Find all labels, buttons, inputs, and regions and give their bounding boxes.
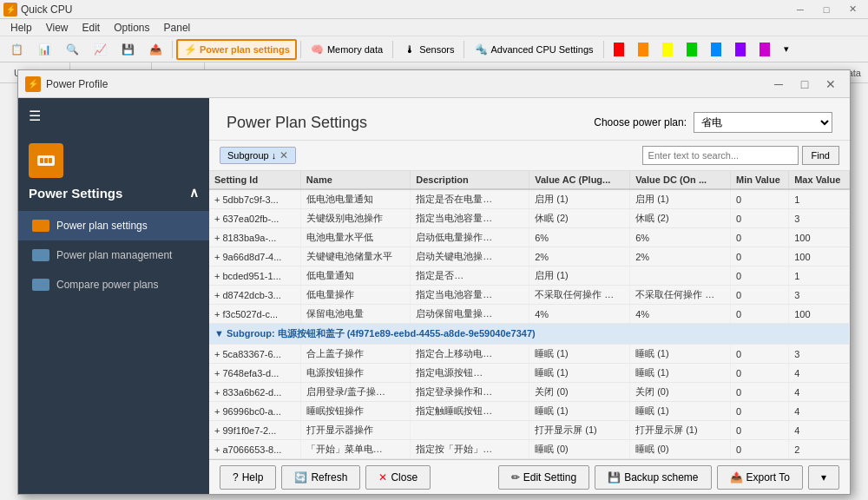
sidebar-item-power-plan-management[interactable]: Power plan management [18, 240, 209, 270]
col-header-max[interactable]: Max Value [789, 171, 850, 189]
subgroup-row[interactable]: ▼ Subgroup: 电源按钮和盖子 (4f971e89-eebd-4455-… [209, 324, 850, 345]
tb-color-2[interactable] [632, 39, 654, 60]
close-button[interactable]: ✕ Close [365, 465, 431, 490]
tb-color-6[interactable] [729, 39, 752, 60]
tb-btn-2[interactable]: 📊 [31, 39, 57, 60]
col-header-setting-id[interactable]: Setting Id [209, 171, 300, 189]
table-container[interactable]: Setting Id Name Description Value AC (Pl… [209, 171, 850, 459]
modal-minimize-button[interactable]: ─ [766, 75, 791, 94]
close-label: Close [391, 471, 418, 484]
tb-icon-2: 📊 [37, 43, 51, 56]
cell-dc: 打开显示屏 (1) [630, 421, 731, 440]
table-row[interactable]: + 7648efa3-d...电源按钮操作指定电源按钮…睡眠 (1)睡眠 (1)… [209, 364, 850, 383]
tb-color-7[interactable] [753, 39, 776, 60]
color-red [614, 43, 624, 56]
modal-title-bar: ⚡ Power Profile ─ □ ✕ [18, 70, 850, 98]
filter-clear-button[interactable]: ✕ [279, 149, 288, 161]
tb-icon-5: 💾 [121, 43, 135, 56]
cell-min: 0 [731, 247, 789, 266]
cell-min: 0 [731, 286, 789, 305]
menu-help[interactable]: Help [3, 20, 39, 36]
table-row[interactable]: + 99f1f0e7-2...打开显示器操作打开显示屏 (1)打开显示屏 (1)… [209, 421, 850, 440]
sidebar-item-power-plan-settings[interactable]: Power plan settings [18, 211, 209, 240]
col-header-dc[interactable]: Value DC (On ... [630, 171, 731, 189]
sidebar-item-label-0: Power plan settings [56, 220, 148, 232]
sidebar-collapse-icon[interactable]: ∧ [189, 185, 199, 201]
table-row[interactable]: + 637ea02fb-...关键级别电池操作指定当电池容量…休眠 (2)休眠 … [209, 209, 850, 228]
close-button[interactable]: ✕ [840, 3, 865, 16]
tb-advanced-button[interactable]: 🔩 Advanced CPU Settings [468, 39, 599, 60]
app-title: Quick CPU [21, 3, 72, 16]
backup-scheme-button[interactable]: 💾 Backup scheme [595, 465, 711, 490]
tb-memory-button[interactable]: 🧠 Memory data [305, 39, 389, 60]
tb-dropdown-button[interactable]: ▾ [778, 39, 795, 60]
modal-close-button[interactable]: ✕ [819, 75, 843, 94]
cell-ac: 关闭 (0) [529, 383, 630, 402]
cell-name: 关键键电池储量水平 [300, 247, 410, 266]
cell-name: 睡眠按钮操作 [300, 402, 410, 421]
cell-min: 0 [731, 209, 789, 228]
modal-maximize-button[interactable]: □ [792, 75, 817, 94]
tb-power-button[interactable]: ⚡ Power plan settings [176, 39, 297, 60]
tb-color-5[interactable] [705, 39, 727, 60]
table-row[interactable]: + 96996bc0-a...睡眠按钮操作指定触睡眠按钮…睡眠 (1)睡眠 (1… [209, 402, 850, 421]
menu-edit[interactable]: Edit [75, 20, 107, 36]
tb-btn-1[interactable]: 📋 [3, 39, 30, 60]
tb-btn-6[interactable]: 📤 [142, 39, 168, 60]
table-row[interactable]: + 9a66d8d7-4...关键键电池储量水平启动关键电池操…2%2%0100 [209, 247, 850, 266]
edit-setting-button[interactable]: ✏ Edit Setting [498, 465, 589, 490]
hamburger-icon[interactable]: ☰ [29, 108, 41, 124]
cell-id: + 9a66d8d7-4... [209, 247, 300, 266]
tb-color-4[interactable] [681, 39, 703, 60]
table-row[interactable]: + a7066653-8...「开始」菜单电…指定按「开始」…睡眠 (0)睡眠 … [209, 440, 850, 459]
help-button[interactable]: ? Help [220, 465, 276, 490]
tb-color-3[interactable] [656, 39, 679, 60]
col-header-description[interactable]: Description [411, 171, 529, 189]
table-row[interactable]: + d8742dcb-3...低电量操作指定当电池容量…不采取任何操作 …不采取… [209, 286, 850, 305]
tb-icon-3: 🔍 [65, 43, 79, 56]
table-row[interactable]: + 5dbb7c9f-3...低电池电量通知指定是否在电量…启用 (1)启用 (… [209, 189, 850, 209]
cell-ac: 2% [529, 247, 630, 266]
cell-id: + 5ca83367-6... [209, 345, 300, 364]
cell-dc: 睡眠 (1) [630, 364, 731, 383]
table-row[interactable]: + 5ca83367-6...合上盖子操作指定合上移动电…睡眠 (1)睡眠 (1… [209, 345, 850, 364]
table-row[interactable]: + 833a6b62-d...启用登录/盖子操…指定登录操作和…关闭 (0)关闭… [209, 383, 850, 402]
find-button[interactable]: Find [802, 146, 839, 165]
color-purple [735, 43, 746, 56]
cell-max: 4 [789, 383, 850, 402]
tb-advanced-label: Advanced CPU Settings [490, 44, 593, 55]
table-row[interactable]: + 8183ba9a-...电池电量水平低启动低电量操作…6%6%0100 [209, 228, 850, 247]
tb-btn-5[interactable]: 💾 [115, 39, 141, 60]
menu-panel[interactable]: Panel [157, 20, 198, 36]
tb-btn-3[interactable]: 🔍 [59, 39, 85, 60]
cell-id: + bcded951-1... [209, 266, 300, 286]
tb-sensors-button[interactable]: 🌡 Sensors [397, 39, 460, 60]
cell-desc: 指定按「开始」… [411, 440, 529, 459]
cell-ac: 睡眠 (0) [529, 440, 630, 459]
cell-max: 100 [789, 305, 850, 324]
maximize-button[interactable]: □ [814, 3, 838, 16]
cell-dc: 关闭 (0) [630, 383, 731, 402]
menu-view[interactable]: View [39, 20, 76, 36]
table-row[interactable]: + f3c5027d-c...保留电池电量启动保留电量操…4%4%0100 [209, 305, 850, 324]
tb-btn-4[interactable]: 📈 [87, 39, 113, 60]
tb-color-1[interactable] [608, 39, 630, 60]
subgroup-cell: ▼ Subgroup: 电源按钮和盖子 (4f971e89-eebd-4455-… [209, 324, 850, 345]
minimize-button[interactable]: ─ [788, 3, 812, 16]
menu-options[interactable]: Options [107, 20, 156, 36]
col-header-ac[interactable]: Value AC (Plug... [529, 171, 630, 189]
export-to-button[interactable]: 📤 Export To [717, 465, 803, 490]
refresh-button[interactable]: 🔄 Refresh [281, 465, 360, 490]
table-row[interactable]: + bcded951-1...低电量通知指定是否…启用 (1)01 [209, 266, 850, 286]
col-header-name[interactable]: Name [300, 171, 410, 189]
modal-body: ☰ Power Settings ∧ [18, 98, 850, 494]
cell-desc: 启动低电量操作… [411, 228, 529, 247]
sidebar-item-compare-power-plans[interactable]: Compare power plans [18, 270, 209, 299]
color-blue [711, 43, 721, 56]
cell-name: 低电池电量通知 [300, 189, 410, 209]
col-header-min[interactable]: Min Value [731, 171, 789, 189]
plan-select-dropdown[interactable]: 省电 平衡 高性能 [694, 112, 832, 133]
search-input[interactable] [642, 146, 799, 165]
export-dropdown-button[interactable]: ▾ [808, 465, 839, 490]
toolbar-separator-2 [300, 41, 301, 58]
